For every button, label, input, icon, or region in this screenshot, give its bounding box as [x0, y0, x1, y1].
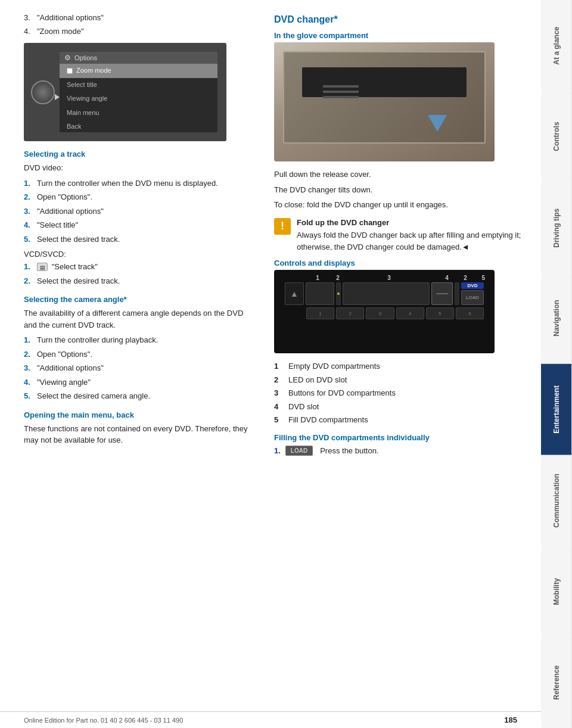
- glove-compartment-heading: In the glove compartment: [274, 31, 523, 40]
- list-item: 4. "Select title": [24, 219, 256, 231]
- eject-button[interactable]: ▲: [285, 282, 304, 305]
- glove-rib: [323, 85, 359, 88]
- led-dot: [337, 293, 340, 295]
- step-text: Select the desired track.: [37, 234, 120, 245]
- menu-item-main-menu: Main menu: [60, 106, 217, 120]
- btn-2[interactable]: 2: [336, 307, 364, 319]
- list-item: 2. Open "Options".: [24, 191, 256, 203]
- list-item: 1. Turn the controller when the DVD menu…: [24, 178, 256, 189]
- select-track-icon: ▤: [37, 263, 48, 271]
- footer-text: Online Edition for Part no. 01 40 2 606 …: [24, 717, 183, 724]
- camera-angle-intro: The availability of a different camera a…: [24, 307, 256, 331]
- controller-circle: [31, 80, 55, 104]
- list-item: 5. Select the desired track.: [24, 234, 256, 245]
- step-text: ▤ "Select track": [37, 261, 98, 273]
- legend-num-5: 5: [274, 414, 284, 426]
- panel-label-5: 5: [472, 275, 489, 281]
- btn-6[interactable]: 6: [456, 307, 484, 319]
- options-header: ⚙ Options: [60, 52, 217, 64]
- legend-text-2: LED on DVD slot: [288, 374, 347, 386]
- panel-legend: 1 Empty DVD compartments 2 LED on DVD sl…: [274, 360, 523, 426]
- step-num: 2.: [24, 349, 33, 360]
- sidebar-item-entertainment[interactable]: Entertainment: [541, 364, 572, 455]
- btn-5[interactable]: 5: [426, 307, 454, 319]
- legend-text-4: DVD slot: [288, 401, 319, 413]
- page-number: 185: [504, 715, 517, 724]
- btn-1[interactable]: 1: [306, 307, 334, 319]
- menu-item-viewing-angle: Viewing angle: [60, 92, 217, 106]
- step-num: 1.: [24, 334, 33, 346]
- step-text: Select the desired camera angle.: [37, 390, 150, 402]
- dvd-panel-image: 1 2 3 4 2 5 ▲: [274, 270, 495, 353]
- step-text: Turn the controller during playback.: [37, 334, 158, 346]
- dvd-slot-4: [431, 282, 453, 305]
- page-footer: Online Edition for Part no. 01 40 2 606 …: [0, 711, 541, 728]
- glove-rib: [323, 96, 359, 98]
- sidebar-item-controls[interactable]: Controls: [541, 91, 572, 182]
- selecting-track-heading: Selecting a track: [24, 150, 256, 158]
- warning-body: Always fold the DVD changer back up afte…: [297, 231, 521, 251]
- camera-angle-heading: Selecting the camera angle*: [24, 295, 256, 304]
- step-num: 1.: [24, 261, 33, 273]
- options-menu: ⚙ Options Zoom mode Select title Viewing…: [60, 52, 217, 132]
- item-3-num: 3.: [24, 12, 33, 24]
- options-header-label: Options: [74, 54, 97, 61]
- vcd-label: VCD/SVCD:: [24, 250, 256, 259]
- vcd-steps: 1. ▤ "Select track" 2. Select the desire…: [24, 261, 256, 287]
- filling-step-num: 1.: [274, 446, 281, 455]
- dvd-options-screenshot: ⚙ Options Zoom mode Select title Viewing…: [24, 43, 226, 141]
- btn-4[interactable]: 4: [396, 307, 424, 319]
- glove-ribs: [323, 85, 359, 98]
- menu-item-zoom: Zoom mode: [60, 64, 217, 78]
- step-text: Select the desired track.: [37, 275, 120, 287]
- controls-displays-heading: Controls and displays: [274, 259, 523, 267]
- step-text: Turn the controller when the DVD menu is…: [37, 178, 218, 189]
- panel-label-2: 2: [332, 275, 343, 281]
- menu-item-select-title: Select title: [60, 78, 217, 92]
- menu-item-back: Back: [60, 120, 217, 134]
- arrow-indicator: [55, 94, 60, 100]
- filling-step: 1. LOAD Press the button.: [274, 446, 523, 456]
- btn-3[interactable]: 3: [366, 307, 394, 319]
- main-content: 3. "Additional options" 4. "Zoom mode" ⚙…: [0, 0, 541, 728]
- warning-icon: !: [274, 218, 291, 235]
- item-4-text: "Zoom mode": [37, 26, 84, 38]
- dvd-video-steps: 1. Turn the controller when the DVD menu…: [24, 178, 256, 245]
- legend-item-5: 5 Fill DVD compartments: [274, 414, 523, 426]
- step-num: 2.: [24, 191, 33, 203]
- led-indicator-2: [455, 282, 459, 305]
- sidebar-item-mobility[interactable]: Mobility: [541, 546, 572, 637]
- left-column: 3. "Additional options" 4. "Zoom mode" ⚙…: [24, 12, 256, 704]
- top-item-4: 4. "Zoom mode": [24, 26, 256, 38]
- step-text: "Viewing angle": [37, 377, 91, 388]
- list-item: 3. "Additional options": [24, 206, 256, 217]
- glove-panel: [283, 51, 486, 144]
- glove-text-1: Pull down the release cover.: [274, 169, 523, 181]
- glove-rib: [323, 91, 359, 93]
- disc-indicator: [436, 293, 448, 294]
- sidebar-item-reference[interactable]: Reference: [541, 637, 572, 728]
- step-text: Open "Options".: [37, 349, 92, 360]
- panel-label-3: 3: [343, 275, 435, 281]
- legend-num-3: 3: [274, 387, 284, 399]
- load-button-inline[interactable]: LOAD: [285, 446, 313, 456]
- sidebar-item-communication[interactable]: Communication: [541, 455, 572, 546]
- legend-item-3: 3 Buttons for DVD compartments: [274, 387, 523, 399]
- load-badge: LOAD: [461, 290, 484, 305]
- item-4-num: 4.: [24, 26, 33, 38]
- legend-text-3: Buttons for DVD compartments: [288, 387, 396, 399]
- glove-text-3: To close: fold the DVD changer up until …: [274, 199, 523, 211]
- sidebar-item-at-a-glance[interactable]: At a glance: [541, 0, 572, 91]
- list-item: 1. ▤ "Select track": [24, 261, 256, 273]
- legend-text-5: Fill DVD compartments: [288, 414, 368, 426]
- step-num: 2.: [24, 275, 33, 287]
- item-3-text: "Additional options": [37, 12, 104, 24]
- panel-label-2b: 2: [459, 275, 472, 281]
- sidebar-item-driving-tips[interactable]: Driving tips: [541, 182, 572, 273]
- sidebar-item-navigation[interactable]: Navigation: [541, 273, 572, 364]
- step-num: 5.: [24, 234, 33, 245]
- step-text: "Select title": [37, 219, 78, 231]
- right-column: DVD changer* In the glove compartment: [274, 12, 523, 704]
- camera-angle-steps: 1. Turn the controller during playback. …: [24, 334, 256, 402]
- sidebar: At a glance Controls Driving tips Naviga…: [541, 0, 572, 728]
